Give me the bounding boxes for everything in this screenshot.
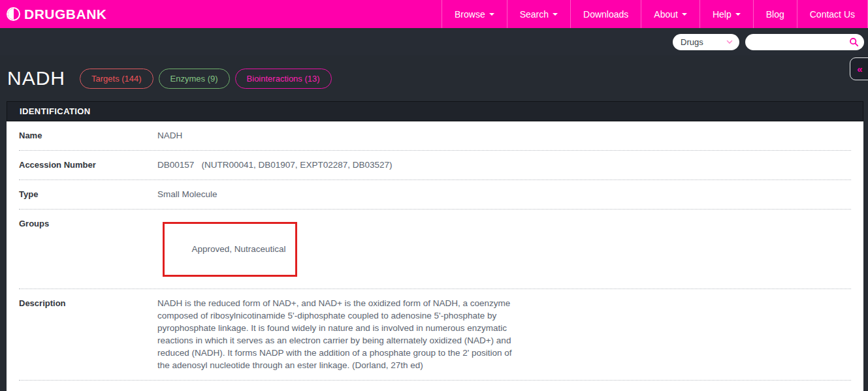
table-row-accession-number: Accession Number DB00157 (NUTR00041, DB0…	[19, 151, 851, 180]
nav-item-label: Contact Us	[810, 9, 855, 20]
table-row-type: Type Small Molecule	[19, 180, 851, 210]
page-header: NADH Targets (144) Enzymes (9) Biointera…	[0, 55, 868, 101]
identification-section-header: IDENTIFICATION	[7, 101, 863, 121]
table-row-name: Name NADH	[19, 121, 851, 151]
search-box	[745, 34, 864, 50]
nav-item-browse[interactable]: Browse	[442, 0, 507, 28]
nav-item-label: Browse	[455, 9, 485, 20]
field-label: Description	[19, 297, 157, 371]
field-value: DB00157 (NUTR00041, DB01907, EXPT02287, …	[157, 159, 851, 171]
search-icon[interactable]	[849, 37, 859, 47]
nav-item-about[interactable]: About	[641, 0, 699, 28]
page-title: NADH	[7, 67, 65, 89]
chevron-down-icon	[553, 13, 558, 16]
nav-item-label: About	[654, 9, 678, 20]
collapse-panel-button[interactable]: «	[850, 57, 868, 80]
nav-item-downloads[interactable]: Downloads	[570, 0, 641, 28]
drugbank-logo-icon	[7, 7, 20, 21]
nav-item-label: Search	[520, 9, 549, 20]
field-value: NADH	[157, 129, 851, 142]
nav-item-contact-us[interactable]: Contact Us	[797, 0, 867, 28]
section-title: IDENTIFICATION	[20, 106, 91, 116]
table-row-description: Description NADH is the reduced form of …	[19, 289, 851, 381]
search-input[interactable]	[745, 34, 843, 50]
search-category-select[interactable]: Drugs	[673, 34, 739, 50]
top-navbar: DRUGBANK Browse Search Downloads About H…	[0, 0, 868, 28]
red-annotation-box: Approved, Nutraceutical	[163, 222, 297, 277]
nav-item-search[interactable]: Search	[507, 0, 570, 28]
drugbank-logo[interactable]: DRUGBANK	[0, 0, 107, 28]
field-label: Groups	[19, 217, 157, 280]
field-label: Type	[19, 188, 157, 200]
nav-item-blog[interactable]: Blog	[753, 0, 797, 28]
field-value: Small Molecule	[157, 188, 851, 200]
nav-item-help[interactable]: Help	[699, 0, 753, 28]
chevron-down-icon	[489, 13, 494, 16]
table-row-groups: Groups Approved, Nutraceutical	[19, 210, 851, 289]
nav-item-label: Help	[713, 9, 731, 20]
table-row-structure: Structure O HO HO O P O	[19, 381, 851, 391]
enzymes-pill-button[interactable]: Enzymes (9)	[159, 69, 230, 89]
nav-menu: Browse Search Downloads About Help Blog …	[442, 0, 868, 28]
chevron-down-icon	[682, 13, 687, 16]
field-value: NADH is the reduced form of NAD+, and NA…	[157, 297, 533, 371]
double-chevron-left-icon: «	[857, 63, 861, 74]
field-label: Accession Number	[19, 159, 157, 171]
field-value: Approved, Nutraceutical	[157, 217, 851, 280]
biointeractions-pill-button[interactable]: Biointeractions (13)	[235, 69, 332, 89]
nav-item-label: Downloads	[583, 9, 628, 20]
chevron-down-icon	[735, 13, 741, 16]
nav-item-label: Blog	[766, 9, 784, 20]
field-label: Structure	[19, 388, 157, 391]
field-label: Name	[19, 129, 157, 142]
field-value: O HO HO O P O O P O	[157, 388, 851, 391]
chevron-down-icon	[726, 40, 733, 44]
targets-pill-button[interactable]: Targets (144)	[80, 69, 153, 89]
identification-table: Name NADH Accession Number DB00157 (NUTR…	[7, 121, 863, 391]
groups-value: Approved, Nutraceutical	[192, 244, 286, 254]
search-toolbar: Drugs	[0, 28, 868, 55]
drugbank-logo-text: DRUGBANK	[24, 7, 107, 22]
search-category-value: Drugs	[681, 37, 703, 47]
